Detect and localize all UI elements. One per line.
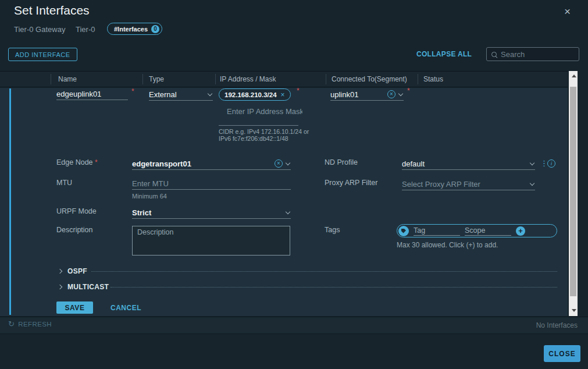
chevron-right-icon: [58, 269, 62, 274]
collapse-all-button[interactable]: COLLAPSE ALL: [416, 50, 472, 58]
page-title: Set Interfaces: [14, 3, 90, 17]
chevron-down-icon: [208, 91, 212, 95]
column-divider: [142, 74, 143, 84]
cancel-button[interactable]: CANCEL: [111, 304, 141, 312]
close-button[interactable]: CLOSE: [544, 345, 580, 362]
description-label: Description: [56, 226, 93, 234]
description-textarea[interactable]: [132, 226, 290, 256]
edge-node-value: edgetransport01: [132, 159, 275, 168]
breadcrumb-parent: Tier-0 Gateway: [14, 25, 65, 34]
tags-hint: Max 30 allowed. Click (+) to add.: [397, 241, 498, 249]
column-divider: [215, 74, 216, 84]
clear-edge-node-icon[interactable]: ×: [275, 159, 283, 168]
nd-profile-label: ND Profile: [325, 158, 358, 166]
type-select[interactable]: External: [149, 88, 213, 101]
add-interface-button[interactable]: ADD INTERFACE: [8, 48, 77, 61]
table-row: [0, 88, 568, 316]
column-divider: [51, 74, 51, 84]
urpf-mode-label: URPF Mode: [56, 207, 97, 215]
row-selected-accent: [9, 88, 11, 315]
edge-node-label: Edge Node *: [56, 158, 98, 166]
interfaces-count-pill[interactable]: #Interfaces 0: [107, 23, 162, 35]
close-icon[interactable]: ×: [564, 5, 571, 18]
chevron-down-icon: [286, 160, 290, 165]
column-divider: [418, 74, 418, 84]
connected-segment-select[interactable]: uplink01 ×: [330, 88, 404, 101]
interfaces-count-badge: 0: [151, 25, 159, 33]
chevron-down-icon: [398, 91, 403, 95]
scroll-down-icon[interactable]: [572, 309, 576, 312]
section-multicast[interactable]: MULTICAST: [58, 283, 109, 291]
chevron-right-icon: [58, 285, 62, 289]
info-icon[interactable]: i: [547, 159, 555, 168]
refresh-icon: ↻: [8, 321, 15, 328]
required-marker: *: [131, 87, 134, 95]
urpf-mode-value: Strict: [132, 208, 283, 217]
ip-cidr-hint-line1: CIDR e.g. IPv4 172.16.10.1/24 or: [219, 129, 309, 136]
item-count-text: No Interfaces: [536, 321, 578, 329]
required-marker: *: [95, 158, 98, 166]
save-button[interactable]: SAVE: [56, 301, 93, 314]
chevron-down-icon: [530, 180, 534, 185]
nd-profile-select[interactable]: default: [402, 158, 535, 170]
scope-input[interactable]: [465, 226, 511, 236]
required-marker: *: [297, 87, 300, 95]
search-icon: [491, 52, 497, 57]
interface-name-input[interactable]: [56, 88, 128, 100]
refresh-button[interactable]: ↻ REFRESH: [8, 321, 52, 328]
clear-segment-icon[interactable]: ×: [387, 90, 395, 98]
ip-mask-placeholder[interactable]: Enter IP Address Masks: [227, 107, 302, 116]
chevron-down-icon: [530, 160, 534, 165]
ip-mask-input-underline[interactable]: [219, 125, 298, 126]
mtu-hint: Minimum 64: [132, 193, 167, 200]
mtu-input[interactable]: [132, 178, 291, 190]
table-header: [0, 71, 568, 87]
chevron-down-icon: [286, 209, 290, 214]
column-divider: [326, 74, 326, 84]
set-interfaces-dialog: Set Interfaces × Tier-0 Gateway Tier-0 #…: [0, 0, 588, 369]
interfaces-pill-label: #Interfaces: [114, 26, 148, 33]
urpf-mode-select[interactable]: Strict: [132, 207, 291, 219]
edge-node-select[interactable]: edgetransport01 ×: [132, 158, 291, 170]
proxy-arp-label: Proxy ARP Filter: [325, 179, 377, 187]
section-ospf[interactable]: OSPF: [58, 267, 87, 275]
tags-label: Tags: [325, 226, 340, 234]
column-header-name[interactable]: Name: [58, 75, 77, 83]
tag-input[interactable]: [414, 226, 460, 236]
ip-address-chip[interactable]: 192.168.210.3/24 ×: [219, 88, 291, 101]
column-header-segment[interactable]: Connected To(Segment): [332, 75, 407, 83]
tag-icon: [398, 226, 409, 236]
type-select-value: External: [149, 90, 205, 99]
nd-profile-value: default: [402, 159, 527, 168]
column-header-status[interactable]: Status: [423, 75, 443, 83]
section-divider: [111, 287, 557, 288]
proxy-arp-select[interactable]: Select Proxy ARP Filter: [402, 178, 535, 190]
chip-remove-icon[interactable]: ×: [281, 91, 285, 99]
required-marker: *: [407, 87, 410, 95]
ip-cidr-hint-line2: IPv6 fc7e:f206:db42::1/48: [219, 136, 288, 143]
connected-segment-value: uplink01: [330, 90, 387, 99]
section-divider: [91, 271, 557, 272]
add-tag-icon[interactable]: +: [516, 226, 525, 236]
column-header-ip[interactable]: IP Address / Mask: [220, 75, 276, 83]
tags-editor: +: [397, 224, 557, 237]
grid-status-bar: [0, 317, 588, 334]
ip-address-chip-value: 192.168.210.3/24: [224, 91, 277, 98]
search-input[interactable]: [501, 50, 565, 59]
section-ospf-label: OSPF: [67, 267, 87, 275]
mtu-label: MTU: [56, 179, 72, 187]
refresh-label: REFRESH: [18, 321, 52, 328]
scrollbar-thumb[interactable]: [570, 87, 576, 296]
section-multicast-label: MULTICAST: [67, 283, 109, 291]
column-header-type[interactable]: Type: [149, 75, 164, 83]
search-box[interactable]: [486, 47, 579, 61]
breadcrumb-gateway-name: Tier-0: [76, 25, 95, 34]
scroll-up-icon[interactable]: [572, 74, 576, 77]
proxy-arp-placeholder: Select Proxy ARP Filter: [402, 180, 527, 189]
